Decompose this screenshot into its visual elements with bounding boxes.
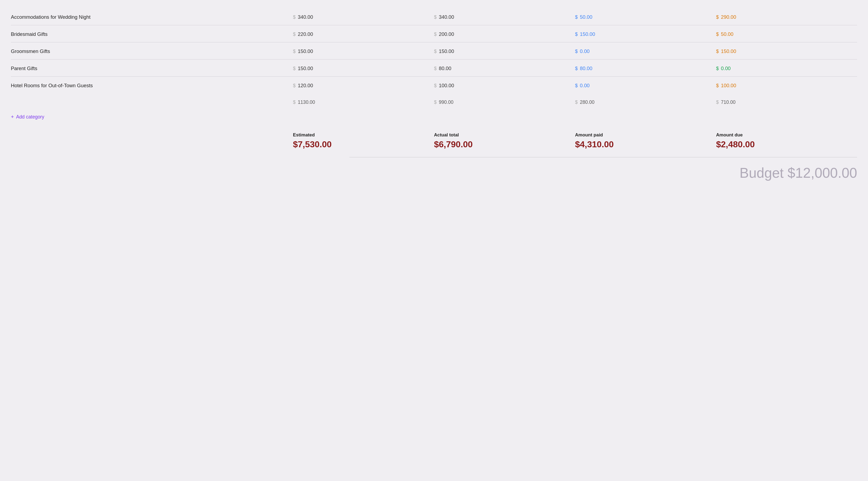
act-val-0: 340.00 (439, 14, 454, 20)
dollar-paid-1: $ (575, 32, 578, 37)
est-val-0: 340.00 (298, 14, 313, 20)
budget-table: Accommodations for Wedding Night $ 340.0… (11, 8, 857, 184)
table-row: Hotel Rooms for Out-of-Town Guests $ 120… (11, 77, 857, 94)
cell-actual-1: $ 200.00 (434, 31, 575, 37)
due-val-4: 100.00 (721, 83, 736, 89)
cell-paid-1: $ 150.00 (575, 31, 716, 37)
dollar-act-1: $ (434, 32, 437, 37)
dollar-est-2: $ (293, 49, 296, 54)
summary-paid-value: $4,310.00 (575, 139, 716, 150)
cell-due-3: $ 0.00 (716, 65, 857, 71)
cell-estimated-3: $ 150.00 (293, 65, 434, 71)
dollar-paid-4: $ (575, 83, 578, 89)
cell-due-0: $ 290.00 (716, 14, 857, 20)
paid-val-2: 0.00 (580, 49, 590, 54)
due-val-0: 290.00 (721, 14, 736, 20)
cell-estimated-0: $ 340.00 (293, 14, 434, 20)
dollar-act-0: $ (434, 14, 437, 20)
dollar-est-0: $ (293, 14, 296, 20)
due-val-3: 0.00 (721, 65, 731, 71)
summary-section: Estimated $7,530.00 Actual total $6,790.… (11, 130, 857, 155)
total-actual: $ 990.00 (434, 99, 575, 105)
add-category-label: Add category (16, 114, 44, 120)
add-category-row: + Add category (11, 109, 857, 130)
summary-actual-value: $6,790.00 (434, 139, 575, 150)
row-name-0: Accommodations for Wedding Night (11, 14, 293, 20)
dollar-est-4: $ (293, 83, 296, 89)
due-val-1: 50.00 (721, 31, 734, 37)
cell-paid-0: $ 50.00 (575, 14, 716, 20)
row-name-1: Bridesmaid Gifts (11, 31, 293, 37)
act-val-3: 80.00 (439, 65, 452, 71)
cell-paid-3: $ 80.00 (575, 65, 716, 71)
plus-icon: + (11, 114, 14, 120)
cell-due-2: $ 150.00 (716, 49, 857, 54)
total-due-value: 710.00 (721, 99, 736, 105)
dollar-act-4: $ (434, 83, 437, 89)
dollar-est-1: $ (293, 32, 296, 37)
budget-total: Budget $12,000.00 (740, 165, 857, 181)
dollar-act-2: $ (434, 49, 437, 54)
paid-val-1: 150.00 (580, 31, 595, 37)
cell-paid-2: $ 0.00 (575, 49, 716, 54)
dollar-sign-2: $ (434, 99, 437, 105)
budget-row: Budget $12,000.00 (11, 160, 857, 184)
summary-divider (349, 157, 857, 157)
summary-actual: Actual total $6,790.00 (434, 132, 575, 150)
summary-due-value: $2,480.00 (716, 139, 857, 150)
est-val-4: 120.00 (298, 83, 313, 89)
cell-actual-2: $ 150.00 (434, 49, 575, 54)
dollar-sign-3: $ (575, 99, 578, 105)
total-estimated: $ 1130.00 (293, 99, 434, 105)
dollar-est-3: $ (293, 66, 296, 71)
cell-estimated-4: $ 120.00 (293, 83, 434, 89)
row-name-3: Parent Gifts (11, 65, 293, 71)
dollar-due-2: $ (716, 49, 719, 54)
table-row: Bridesmaid Gifts $ 220.00 $ 200.00 $ 150… (11, 25, 857, 42)
paid-val-3: 80.00 (580, 65, 592, 71)
summary-paid: Amount paid $4,310.00 (575, 132, 716, 150)
cell-due-4: $ 100.00 (716, 83, 857, 89)
paid-val-0: 50.00 (580, 14, 592, 20)
due-val-2: 150.00 (721, 49, 736, 54)
cell-actual-3: $ 80.00 (434, 65, 575, 71)
total-estimated-value: 1130.00 (298, 99, 315, 105)
cell-actual-4: $ 100.00 (434, 83, 575, 89)
summary-estimated: Estimated $7,530.00 (293, 132, 434, 150)
est-val-1: 220.00 (298, 31, 313, 37)
table-row: Groomsmen Gifts $ 150.00 $ 150.00 $ 0.00… (11, 42, 857, 60)
total-paid: $ 280.00 (575, 99, 716, 105)
total-due: $ 710.00 (716, 99, 857, 105)
est-val-3: 150.00 (298, 65, 313, 71)
cell-paid-4: $ 0.00 (575, 83, 716, 89)
est-val-2: 150.00 (298, 49, 313, 54)
cell-estimated-1: $ 220.00 (293, 31, 434, 37)
row-name-4: Hotel Rooms for Out-of-Town Guests (11, 83, 293, 89)
dollar-paid-0: $ (575, 14, 578, 20)
summary-actual-label: Actual total (434, 132, 575, 138)
table-row: Parent Gifts $ 150.00 $ 80.00 $ 80.00 $ … (11, 60, 857, 77)
act-val-1: 200.00 (439, 31, 454, 37)
totals-row: $ 1130.00 $ 990.00 $ 280.00 $ 710.00 (11, 94, 857, 109)
cell-estimated-2: $ 150.00 (293, 49, 434, 54)
total-actual-value: 990.00 (439, 99, 454, 105)
summary-estimated-label: Estimated (293, 132, 434, 138)
add-category-button[interactable]: + Add category (11, 114, 44, 120)
summary-due-label: Amount due (716, 132, 857, 138)
summary-paid-label: Amount paid (575, 132, 716, 138)
table-row: Accommodations for Wedding Night $ 340.0… (11, 8, 857, 25)
dollar-paid-2: $ (575, 49, 578, 54)
act-val-2: 150.00 (439, 49, 454, 54)
dollar-due-1: $ (716, 32, 719, 37)
dollar-due-3: $ (716, 66, 719, 71)
dollar-due-0: $ (716, 14, 719, 20)
summary-due: Amount due $2,480.00 (716, 132, 857, 150)
dollar-paid-3: $ (575, 66, 578, 71)
dollar-act-3: $ (434, 66, 437, 71)
row-name-2: Groomsmen Gifts (11, 49, 293, 54)
dollar-sign: $ (293, 99, 296, 105)
dollar-due-4: $ (716, 83, 719, 89)
act-val-4: 100.00 (439, 83, 454, 89)
total-paid-value: 280.00 (580, 99, 595, 105)
cell-due-1: $ 50.00 (716, 31, 857, 37)
